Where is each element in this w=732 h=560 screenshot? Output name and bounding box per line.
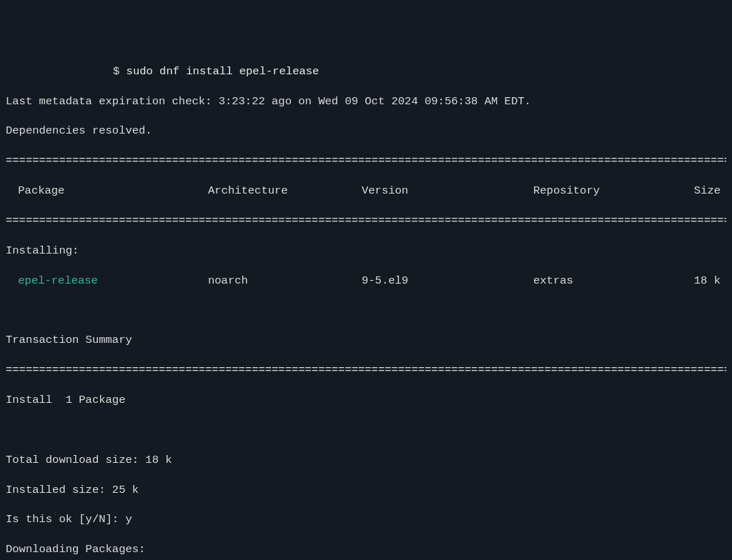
header-repo: Repository (533, 184, 676, 199)
package-row: epel-release noarch 9-5.el9 extras 18 k (6, 274, 726, 289)
package-arch: noarch (208, 274, 362, 289)
command-text: sudo dnf install epel-release (127, 65, 320, 78)
header-arch: Architecture (208, 184, 362, 199)
package-repo: extras (533, 274, 676, 289)
blank-line (6, 423, 726, 438)
confirm-prompt: Is this ok [y/N]: y (6, 512, 726, 527)
installing-label: Installing: (6, 244, 726, 259)
divider: ========================================… (6, 363, 726, 378)
package-version: 9-5.el9 (362, 274, 533, 289)
metadata-line: Last metadata expiration check: 3:23:22 … (6, 94, 726, 109)
header-size: Size (676, 184, 721, 199)
blank-line (6, 303, 726, 318)
deps-resolved-line: Dependencies resolved. (6, 124, 726, 139)
divider: ========================================… (6, 214, 726, 229)
header-version: Version (362, 184, 533, 199)
package-name: epel-release (11, 274, 208, 289)
divider: ========================================… (6, 154, 726, 169)
header-package: Package (11, 184, 208, 199)
prompt-symbol: $ (113, 65, 127, 78)
install-count: Install 1 Package (6, 393, 726, 408)
downloading-label: Downloading Packages: (6, 542, 726, 557)
table-headers: Package Architecture Version Repository … (6, 184, 726, 199)
package-size: 18 k (676, 274, 721, 289)
transaction-summary-label: Transaction Summary (6, 333, 726, 348)
command-line: $ sudo dnf install epel-release (6, 64, 726, 79)
installed-size: Installed size: 25 k (6, 483, 726, 498)
total-download-size: Total download size: 18 k (6, 453, 726, 468)
